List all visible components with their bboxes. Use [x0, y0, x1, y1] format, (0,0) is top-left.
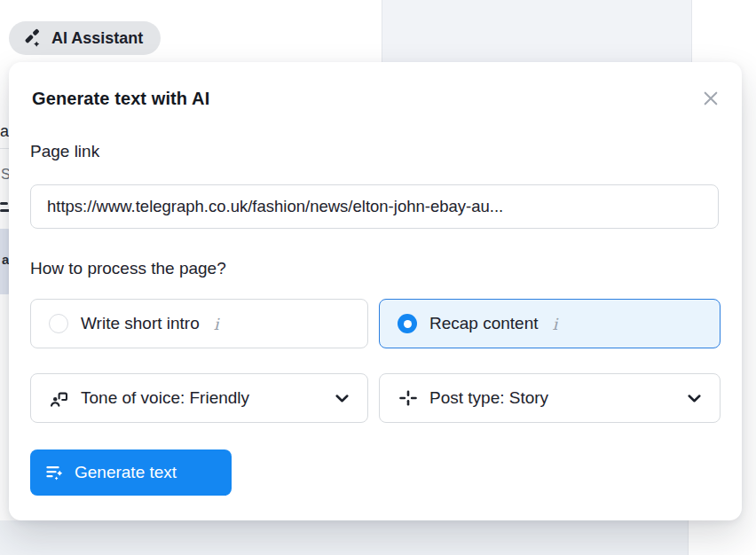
magic-pen-icon [20, 27, 43, 50]
option-label: Write short intro [81, 314, 200, 333]
info-icon[interactable]: i [214, 315, 219, 333]
option-recap-content[interactable]: Recap content i [379, 299, 721, 348]
radio-selected-icon[interactable] [398, 314, 417, 333]
page-link-input[interactable] [30, 184, 719, 229]
modal-title: Generate text with AI [32, 89, 209, 109]
tone-of-voice-icon [49, 387, 70, 409]
background-panel-bottom [0, 520, 689, 555]
generate-text-label: Generate text [75, 463, 177, 482]
close-button[interactable] [701, 89, 721, 108]
text-sparkle-icon [44, 462, 66, 483]
chevron-down-icon [335, 394, 350, 403]
background-panel-top [382, 0, 692, 62]
post-type-icon [398, 387, 419, 409]
generate-text-modal: Generate text with AI Page link How to p… [9, 62, 742, 520]
post-type-dropdown[interactable]: Post type: Story [379, 373, 721, 423]
dropdown-label: Tone of voice: Friendly [81, 388, 324, 408]
background-icon-fragment [0, 202, 8, 205]
ai-assistant-chip[interactable]: AI Assistant [9, 21, 161, 55]
dropdown-label: Post type: Story [429, 388, 676, 408]
ai-assistant-label: AI Assistant [51, 29, 143, 48]
tone-of-voice-dropdown[interactable]: Tone of voice: Friendly [30, 373, 368, 423]
option-write-short-intro[interactable]: Write short intro i [30, 299, 368, 348]
process-question-label: How to process the page? [30, 259, 226, 278]
chevron-down-icon [687, 394, 702, 403]
close-icon [704, 91, 718, 106]
generate-text-button[interactable]: Generate text [30, 449, 232, 496]
option-label: Recap content [429, 314, 539, 333]
screen: al S a AI Assistant Generate text with A… [0, 0, 756, 555]
info-icon[interactable]: i [553, 315, 558, 333]
page-link-label: Page link [30, 142, 99, 161]
radio-unselected-icon[interactable] [49, 314, 68, 333]
